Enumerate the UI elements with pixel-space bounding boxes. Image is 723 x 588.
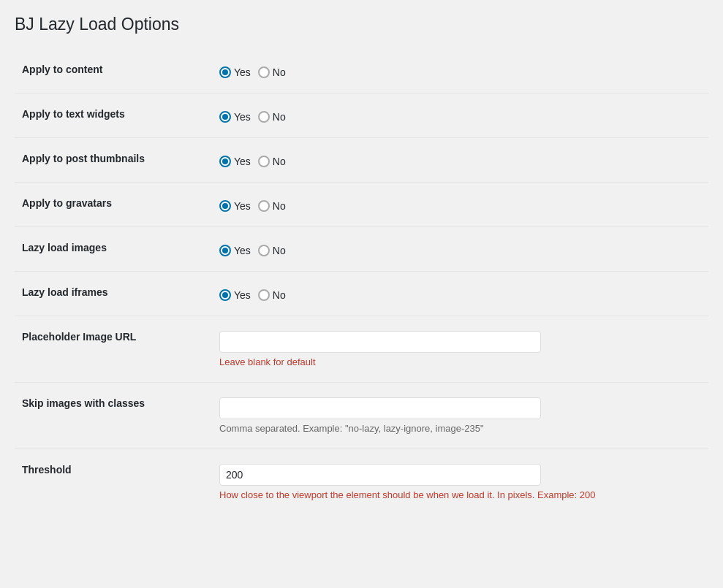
- control-threshold: How close to the viewport the element sh…: [212, 449, 708, 516]
- page-wrapper: BJ Lazy Load Options Apply to contentYes…: [0, 0, 723, 530]
- label-apply_to_gravatars: Apply to gravatars: [15, 183, 212, 227]
- radio-group-apply_to_gravatars: YesNo: [219, 197, 701, 212]
- radio-yes-text-apply_to_content: Yes: [234, 66, 251, 78]
- radio-yes-lazy_load_images[interactable]: [219, 245, 231, 256]
- radio-no-text-apply_to_content: No: [273, 66, 286, 78]
- table-row: Apply to contentYesNo: [15, 49, 708, 93]
- label-placeholder_image_url: Placeholder Image URL: [15, 316, 212, 383]
- radio-group-apply_to_text_widgets: YesNo: [219, 108, 701, 123]
- table-row: Lazy load iframesYesNo: [15, 272, 708, 316]
- radio-group-lazy_load_iframes: YesNo: [219, 286, 701, 301]
- radio-yes-label-lazy_load_iframes[interactable]: Yes: [219, 289, 251, 301]
- radio-no-text-apply_to_gravatars: No: [273, 200, 286, 212]
- radio-no-text-apply_to_post_thumbnails: No: [273, 156, 286, 167]
- radio-yes-apply_to_text_widgets[interactable]: [219, 111, 231, 123]
- control-apply_to_content: YesNo: [212, 49, 708, 93]
- radio-no-label-apply_to_post_thumbnails[interactable]: No: [258, 156, 286, 167]
- table-row: Placeholder Image URLLeave blank for def…: [15, 316, 708, 383]
- table-row: Apply to text widgetsYesNo: [15, 93, 708, 138]
- label-apply_to_content: Apply to content: [15, 49, 212, 93]
- control-placeholder_image_url: Leave blank for default: [212, 316, 708, 383]
- label-threshold: Threshold: [15, 449, 212, 516]
- control-apply_to_text_widgets: YesNo: [212, 93, 708, 138]
- options-table: Apply to contentYesNoApply to text widge…: [15, 49, 708, 515]
- radio-group-lazy_load_images: YesNo: [219, 242, 701, 256]
- text-input-skip_images_with_classes[interactable]: [219, 397, 541, 419]
- control-apply_to_gravatars: YesNo: [212, 183, 708, 227]
- radio-no-apply_to_gravatars[interactable]: [258, 200, 270, 212]
- table-row: Skip images with classesComma separated.…: [15, 383, 708, 449]
- radio-no-text-lazy_load_iframes: No: [273, 289, 286, 301]
- radio-yes-apply_to_post_thumbnails[interactable]: [219, 156, 231, 167]
- radio-yes-text-apply_to_text_widgets: Yes: [234, 111, 251, 123]
- label-lazy_load_images: Lazy load images: [15, 227, 212, 272]
- page-title: BJ Lazy Load Options: [15, 15, 708, 34]
- table-row: ThresholdHow close to the viewport the e…: [15, 449, 708, 516]
- radio-yes-label-apply_to_content[interactable]: Yes: [219, 66, 251, 78]
- control-lazy_load_iframes: YesNo: [212, 272, 708, 316]
- radio-no-apply_to_text_widgets[interactable]: [258, 111, 270, 123]
- label-lazy_load_iframes: Lazy load iframes: [15, 272, 212, 316]
- radio-no-label-apply_to_text_widgets[interactable]: No: [258, 111, 286, 123]
- label-skip_images_with_classes: Skip images with classes: [15, 383, 212, 449]
- radio-yes-text-apply_to_gravatars: Yes: [234, 200, 251, 212]
- radio-yes-label-apply_to_text_widgets[interactable]: Yes: [219, 111, 251, 123]
- text-input-placeholder_image_url[interactable]: [219, 331, 541, 353]
- control-lazy_load_images: YesNo: [212, 227, 708, 272]
- label-apply_to_post_thumbnails: Apply to post thumbnails: [15, 138, 212, 183]
- radio-yes-label-apply_to_gravatars[interactable]: Yes: [219, 200, 251, 212]
- control-skip_images_with_classes: Comma separated. Example: "no-lazy, lazy…: [212, 383, 708, 449]
- radio-no-lazy_load_images[interactable]: [258, 245, 270, 256]
- radio-no-text-apply_to_text_widgets: No: [273, 111, 286, 123]
- radio-yes-lazy_load_iframes[interactable]: [219, 289, 231, 301]
- radio-yes-apply_to_content[interactable]: [219, 66, 231, 78]
- radio-no-label-apply_to_content[interactable]: No: [258, 66, 286, 78]
- radio-no-text-lazy_load_images: No: [273, 245, 286, 256]
- radio-no-label-lazy_load_images[interactable]: No: [258, 245, 286, 256]
- control-apply_to_post_thumbnails: YesNo: [212, 138, 708, 183]
- radio-group-apply_to_post_thumbnails: YesNo: [219, 153, 701, 167]
- table-row: Lazy load imagesYesNo: [15, 227, 708, 272]
- hint-threshold: How close to the viewport the element sh…: [219, 489, 701, 500]
- radio-yes-text-lazy_load_images: Yes: [234, 245, 251, 256]
- radio-no-apply_to_content[interactable]: [258, 66, 270, 78]
- radio-no-label-apply_to_gravatars[interactable]: No: [258, 200, 286, 212]
- radio-yes-label-apply_to_post_thumbnails[interactable]: Yes: [219, 156, 251, 167]
- radio-no-label-lazy_load_iframes[interactable]: No: [258, 289, 286, 301]
- hint-skip_images_with_classes: Comma separated. Example: "no-lazy, lazy…: [219, 423, 701, 434]
- radio-no-apply_to_post_thumbnails[interactable]: [258, 156, 270, 167]
- radio-yes-label-lazy_load_images[interactable]: Yes: [219, 245, 251, 256]
- hint-placeholder_image_url: Leave blank for default: [219, 356, 701, 367]
- radio-yes-text-lazy_load_iframes: Yes: [234, 289, 251, 301]
- table-row: Apply to gravatarsYesNo: [15, 183, 708, 227]
- radio-yes-text-apply_to_post_thumbnails: Yes: [234, 156, 251, 167]
- label-apply_to_text_widgets: Apply to text widgets: [15, 93, 212, 138]
- table-row: Apply to post thumbnailsYesNo: [15, 138, 708, 183]
- radio-no-lazy_load_iframes[interactable]: [258, 289, 270, 301]
- text-input-threshold[interactable]: [219, 464, 541, 486]
- radio-yes-apply_to_gravatars[interactable]: [219, 200, 231, 212]
- radio-group-apply_to_content: YesNo: [219, 64, 701, 78]
